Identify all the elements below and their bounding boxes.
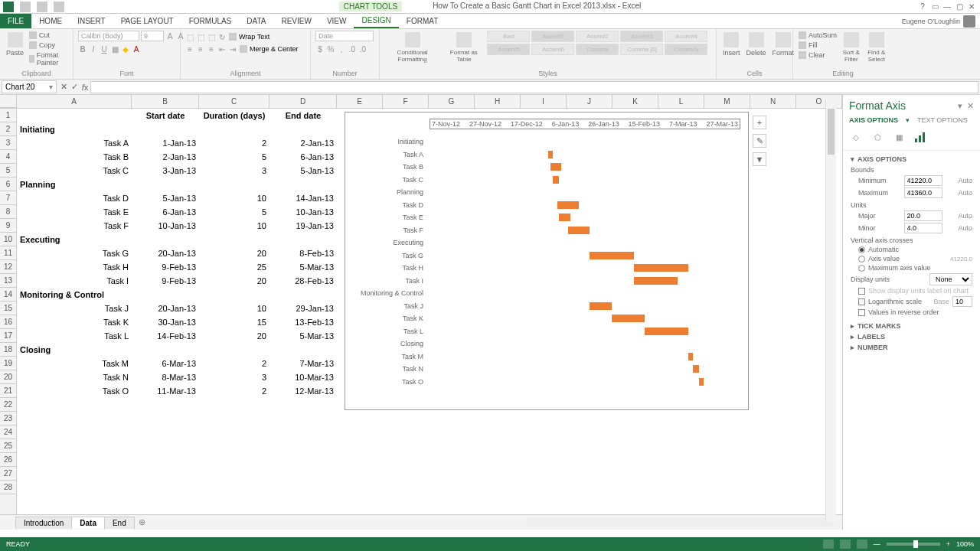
cell[interactable]: 29-Jan-13 xyxy=(270,302,337,315)
gantt-bar[interactable] xyxy=(559,214,570,221)
cell[interactable]: Planning xyxy=(17,178,132,191)
cell[interactable]: 6-Jan-13 xyxy=(270,150,337,164)
vertical-scrollbar[interactable] xyxy=(825,99,836,522)
cell[interactable]: Task B xyxy=(17,150,132,164)
chart-elements-button[interactable]: + xyxy=(753,116,766,129)
column-header[interactable]: N xyxy=(750,95,796,108)
tab-file[interactable]: FILE xyxy=(0,14,31,28)
column-header[interactable]: J xyxy=(567,95,612,108)
cell[interactable]: 5 xyxy=(199,205,270,219)
cell[interactable]: 8-Feb-13 xyxy=(270,246,337,260)
row-header[interactable]: 17 xyxy=(0,329,16,343)
cell[interactable]: Executing xyxy=(17,233,132,246)
style-chip[interactable]: Comma [0] xyxy=(620,44,663,55)
ribbon-display-icon[interactable]: ▭ xyxy=(929,2,940,11)
style-chip[interactable]: Accent4 xyxy=(665,31,707,42)
insert-cells-button[interactable]: Insert xyxy=(721,31,742,58)
gantt-bar[interactable] xyxy=(590,302,612,310)
style-chip[interactable]: Currency xyxy=(665,44,707,55)
column-header[interactable]: L xyxy=(658,95,704,108)
cell[interactable]: End date xyxy=(270,109,337,122)
column-header[interactable]: G xyxy=(429,95,475,108)
cell[interactable]: Monitoring & Control xyxy=(17,288,132,302)
radio-automatic[interactable]: Automatic xyxy=(851,246,972,253)
cell[interactable]: Task E xyxy=(17,205,132,219)
row-header[interactable]: 6 xyxy=(0,178,16,191)
sheet-tab[interactable]: Data xyxy=(71,517,105,529)
font-size-select[interactable]: 9 xyxy=(141,31,164,41)
format-cells-button[interactable]: Format xyxy=(771,31,796,58)
row-header[interactable]: 15 xyxy=(0,302,16,315)
cell[interactable]: Task M xyxy=(17,357,132,370)
cell[interactable]: 10 xyxy=(199,191,270,205)
row-header[interactable]: 11 xyxy=(0,246,16,260)
row-header[interactable]: 12 xyxy=(0,260,16,274)
font-color-icon[interactable]: A xyxy=(132,44,141,54)
tab-home[interactable]: HOME xyxy=(31,15,70,28)
gantt-bar[interactable] xyxy=(699,378,704,386)
cell[interactable]: Duration (days) xyxy=(199,109,270,122)
row-header[interactable]: 27 xyxy=(0,467,16,481)
cell[interactable]: 19-Jan-13 xyxy=(270,219,337,233)
percent-icon[interactable]: % xyxy=(326,44,335,54)
row-header[interactable]: 23 xyxy=(0,412,16,425)
gantt-bar[interactable] xyxy=(645,328,688,335)
column-header[interactable]: F xyxy=(383,95,429,108)
cell[interactable]: Task I xyxy=(17,274,132,288)
align-right-icon[interactable]: ≡ xyxy=(207,44,216,54)
pane-menu-icon[interactable]: ▾ xyxy=(958,101,962,111)
chart-filters-button[interactable]: ▼ xyxy=(753,152,766,166)
radio-axis-value[interactable]: Axis value41220.0 xyxy=(851,255,972,262)
row-header[interactable]: 2 xyxy=(0,122,16,136)
gantt-bar[interactable] xyxy=(553,176,560,184)
reverse-check[interactable]: Values in reverse order xyxy=(851,308,972,316)
cell[interactable]: 14-Jan-13 xyxy=(270,191,337,205)
cell[interactable]: 10-Jan-13 xyxy=(270,205,337,219)
major-auto[interactable]: Auto xyxy=(952,212,972,220)
row-header[interactable]: 5 xyxy=(0,164,16,178)
row-header[interactable]: 19 xyxy=(0,357,16,370)
undo-icon[interactable] xyxy=(37,2,47,12)
units-major-input[interactable] xyxy=(904,210,942,221)
fill-color-icon[interactable]: ◆ xyxy=(121,44,130,54)
align-left-icon[interactable]: ≡ xyxy=(185,44,194,54)
units-minor-input[interactable] xyxy=(904,223,942,233)
find-select-button[interactable]: Find & Select xyxy=(865,31,888,64)
formula-input[interactable] xyxy=(90,81,978,93)
cell[interactable]: 6-Mar-13 xyxy=(132,357,199,370)
section-labels[interactable]: ▸ LABELS xyxy=(851,333,972,341)
cell[interactable]: Closing xyxy=(17,343,132,357)
cell[interactable]: 9-Feb-13 xyxy=(132,274,199,288)
cell[interactable]: 25 xyxy=(199,260,270,274)
chart-plot-area[interactable]: InitiatingTask ATask BTask CPlanningTask… xyxy=(351,135,740,403)
style-chip[interactable]: Accent1 xyxy=(531,31,574,42)
wrap-text-button[interactable]: Wrap Text xyxy=(228,32,270,41)
row-header[interactable]: 14 xyxy=(0,288,16,302)
tab-format[interactable]: FORMAT xyxy=(399,15,446,28)
merge-button[interactable]: Merge & Center xyxy=(239,44,299,54)
cell[interactable]: Task A xyxy=(17,136,132,150)
align-bot-icon[interactable]: ⬚ xyxy=(207,32,216,41)
gantt-bar[interactable] xyxy=(634,277,678,285)
pane-tab-text-options[interactable]: TEXT OPTIONS xyxy=(917,116,968,124)
column-header[interactable]: B xyxy=(132,95,199,108)
cell[interactable]: 15 xyxy=(199,315,270,329)
fill-button[interactable]: Fill xyxy=(798,41,838,50)
row-header[interactable]: 8 xyxy=(0,205,16,219)
italic-icon[interactable]: I xyxy=(89,44,98,54)
minimize-icon[interactable]: — xyxy=(942,2,952,11)
pane-close-icon[interactable]: ✕ xyxy=(967,101,974,111)
new-sheet-button[interactable]: ⊕ xyxy=(134,516,150,529)
zoom-in-button[interactable]: + xyxy=(946,540,950,548)
cell[interactable]: Task F xyxy=(17,219,132,233)
dec-decimal-icon[interactable]: .0 xyxy=(358,44,368,54)
row-header[interactable]: 28 xyxy=(0,481,16,494)
cell[interactable]: Task L xyxy=(17,329,132,343)
row-header[interactable]: 7 xyxy=(0,191,16,205)
cell[interactable]: Task J xyxy=(17,302,132,315)
autosum-button[interactable]: AutoSum xyxy=(798,31,838,40)
style-chip[interactable]: Accent3 xyxy=(620,31,663,42)
cell[interactable]: 28-Feb-13 xyxy=(270,274,337,288)
cell[interactable]: 10-Jan-13 xyxy=(132,219,199,233)
clear-button[interactable]: Clear xyxy=(798,51,838,60)
